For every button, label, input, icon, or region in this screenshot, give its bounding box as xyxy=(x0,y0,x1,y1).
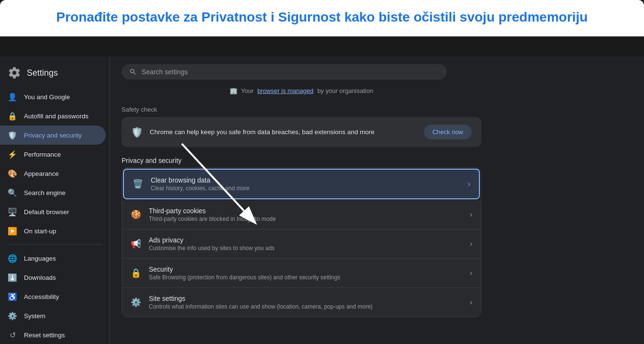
clear-browsing-chevron: › xyxy=(468,180,470,188)
site-settings-subtitle: Controls what information sites can use … xyxy=(149,303,462,310)
safety-check-card: 🛡️ Chrome can help keep you safe from da… xyxy=(122,117,481,147)
search-bar[interactable] xyxy=(122,64,447,80)
security-subtitle: Safe Browsing (protection from dangerous… xyxy=(149,274,462,281)
ads-privacy-chevron: › xyxy=(470,240,472,248)
sidebar-label-system: System xyxy=(24,312,45,320)
languages-icon: 🌐 xyxy=(8,253,17,263)
security-text: Security Safe Browsing (protection from … xyxy=(149,265,462,281)
downloads-icon: ⬇️ xyxy=(8,273,17,282)
search-bar-container xyxy=(110,57,644,85)
search-icon xyxy=(129,68,137,76)
safety-check-text: Chrome can help keep you safe from data … xyxy=(150,128,417,136)
sidebar-label-default-browser: Default browser xyxy=(24,208,69,216)
sidebar-item-appearance[interactable]: 🎨 Appearance xyxy=(0,164,106,183)
managed-link[interactable]: browser is managed xyxy=(257,87,313,94)
clear-browsing-subtitle: Clear history, cookies, cache and more xyxy=(151,185,460,192)
privacy-section-title: Privacy and security xyxy=(122,157,481,164)
sidebar-item-you-google[interactable]: 👤 You and Google xyxy=(0,87,106,106)
appearance-icon: 🎨 xyxy=(8,169,17,178)
default-browser-icon: 🖥️ xyxy=(8,207,17,217)
ads-privacy-text: Ads privacy Customise the info used by s… xyxy=(149,236,462,252)
site-settings-text: Site settings Controls what information … xyxy=(149,295,462,310)
privacy-item-third-party-cookies[interactable]: 🍪 Third-party cookies Third-party cookie… xyxy=(122,200,481,229)
sidebar-item-system[interactable]: ⚙️ System xyxy=(0,306,106,325)
safety-shield-icon: 🛡️ xyxy=(131,126,143,138)
managed-suffix: by your organisation xyxy=(317,87,373,94)
third-party-cookies-title: Third-party cookies xyxy=(149,207,462,215)
third-party-cookies-text: Third-party cookies Third-party cookies … xyxy=(149,207,462,222)
third-party-cookies-icon: 🍪 xyxy=(131,209,141,220)
clear-browsing-title: Clear browsing data xyxy=(151,176,460,184)
sidebar-title: Settings xyxy=(27,68,58,78)
sidebar-label-privacy: Privacy and security xyxy=(24,132,82,139)
chrome-window: Settings 👤 You and Google 🔒 Autofill and… xyxy=(0,57,644,344)
content-body: 🏢 Your browser is managed by your organi… xyxy=(110,85,493,317)
sidebar-primary-nav: 👤 You and Google 🔒 Autofill and password… xyxy=(0,87,110,241)
check-now-button[interactable]: Check now xyxy=(424,125,472,139)
ads-privacy-subtitle: Customise the info used by sites to show… xyxy=(149,245,462,252)
privacy-settings-list: 🗑️ Clear browsing data Clear history, co… xyxy=(122,167,481,317)
sidebar-secondary-nav: 🌐 Languages ⬇️ Downloads ♿ Accessibility… xyxy=(0,249,110,344)
you-google-icon: 👤 xyxy=(8,92,17,102)
sidebar-label-appearance: Appearance xyxy=(24,170,59,177)
chrome-settings-icon xyxy=(8,66,21,80)
privacy-item-site-settings[interactable]: ⚙️ Site settings Controls what informati… xyxy=(122,288,481,317)
security-chevron: › xyxy=(470,269,472,277)
sidebar-item-performance[interactable]: ⚡ Performance xyxy=(0,145,106,164)
ads-privacy-title: Ads privacy xyxy=(149,236,462,244)
autofill-icon: 🔒 xyxy=(8,111,17,121)
managed-prefix: Your xyxy=(241,87,254,94)
sidebar-label-performance: Performance xyxy=(24,151,61,158)
reset-icon: ↺ xyxy=(8,330,17,340)
site-settings-title: Site settings xyxy=(149,295,462,302)
sidebar-item-downloads[interactable]: ⬇️ Downloads xyxy=(0,268,106,287)
sidebar-item-privacy[interactable]: 🛡️ Privacy and security xyxy=(0,126,106,145)
sidebar-label-you-google: You and Google xyxy=(24,93,70,101)
sidebar-header: Settings xyxy=(0,60,110,87)
sidebar-label-downloads: Downloads xyxy=(24,274,56,281)
privacy-item-clear-browsing[interactable]: 🗑️ Clear browsing data Clear history, co… xyxy=(123,169,480,199)
ads-privacy-icon: 📢 xyxy=(131,239,141,249)
sidebar-label-accessibility: Accessibility xyxy=(24,293,59,300)
safety-check-section-title: Safety check xyxy=(122,106,481,113)
annotation-title: Pronađite postavke za Privatnost i Sigur… xyxy=(19,9,625,26)
sidebar-label-autofill: Autofill and passwords xyxy=(24,113,89,120)
site-settings-chevron: › xyxy=(470,298,472,307)
third-party-cookies-chevron: › xyxy=(470,210,472,219)
sidebar-item-languages[interactable]: 🌐 Languages xyxy=(0,249,106,268)
annotation-banner: Pronađite postavke za Privatnost i Sigur… xyxy=(0,0,644,36)
privacy-item-security[interactable]: 🔒 Security Safe Browsing (protection fro… xyxy=(122,259,481,288)
on-startup-icon: ▶️ xyxy=(8,226,17,236)
clear-browsing-text: Clear browsing data Clear history, cooki… xyxy=(151,176,460,192)
managed-icon: 🏢 xyxy=(230,87,237,94)
main-content: 🏢 Your browser is managed by your organi… xyxy=(110,57,644,344)
system-icon: ⚙️ xyxy=(8,311,17,321)
security-title: Security xyxy=(149,265,462,273)
sidebar-item-autofill[interactable]: 🔒 Autofill and passwords xyxy=(0,106,106,126)
site-settings-icon: ⚙️ xyxy=(131,297,141,308)
sidebar-item-on-startup[interactable]: ▶️ On start-up xyxy=(0,221,106,241)
privacy-item-ads-privacy[interactable]: 📢 Ads privacy Customise the info used by… xyxy=(122,229,481,259)
managed-notice: 🏢 Your browser is managed by your organi… xyxy=(122,85,481,96)
sidebar-label-on-startup: On start-up xyxy=(24,228,56,235)
search-engine-icon: 🔍 xyxy=(8,188,17,197)
search-input[interactable] xyxy=(142,68,439,76)
sidebar-divider-1 xyxy=(8,244,102,245)
sidebar-item-reset[interactable]: ↺ Reset settings xyxy=(0,325,106,344)
accessibility-icon: ♿ xyxy=(8,292,17,301)
sidebar-item-default-browser[interactable]: 🖥️ Default browser xyxy=(0,202,106,221)
sidebar-label-reset: Reset settings xyxy=(24,332,65,339)
sidebar-label-search-engine: Search engine xyxy=(24,189,66,196)
security-icon: 🔒 xyxy=(131,268,141,278)
sidebar-item-search-engine[interactable]: 🔍 Search engine xyxy=(0,183,106,202)
clear-browsing-icon: 🗑️ xyxy=(133,179,143,189)
third-party-cookies-subtitle: Third-party cookies are blocked in Incog… xyxy=(149,216,462,222)
sidebar-item-accessibility[interactable]: ♿ Accessibility xyxy=(0,287,106,306)
privacy-icon: 🛡️ xyxy=(8,130,17,140)
performance-icon: ⚡ xyxy=(8,149,17,159)
sidebar-label-languages: Languages xyxy=(24,255,56,262)
sidebar: Settings 👤 You and Google 🔒 Autofill and… xyxy=(0,57,110,344)
